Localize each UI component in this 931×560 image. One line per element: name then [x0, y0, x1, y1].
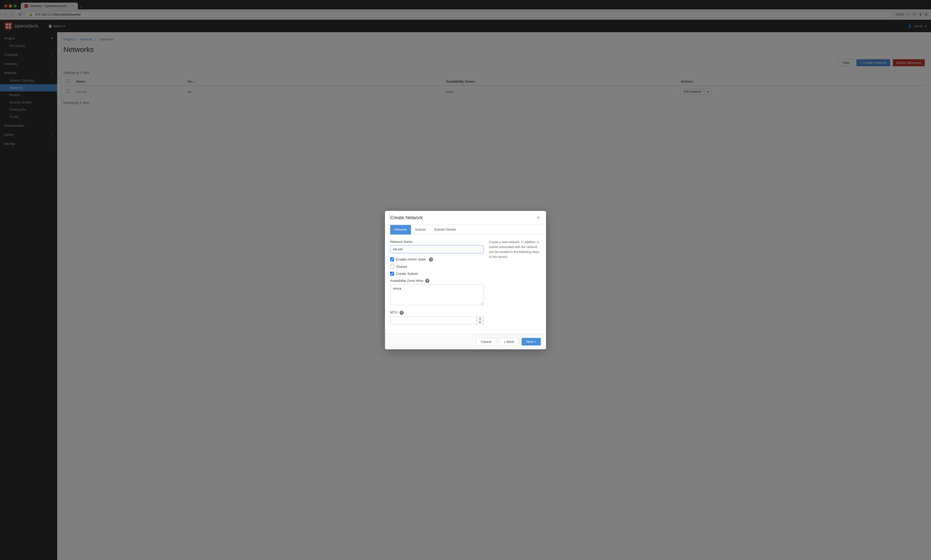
mtu-input-wrapper: ▲ ▼ [390, 316, 484, 325]
back-button-modal[interactable]: « Back [499, 338, 519, 346]
create-subnet-checkbox[interactable] [390, 272, 394, 275]
mtu-label: MTU ? [390, 311, 484, 315]
modal-form: Network Name Enable Admin State ? Shared [390, 240, 489, 329]
modal-help-text: Create a new network. In addition, a sub… [489, 240, 541, 329]
enable-admin-state-checkbox[interactable] [390, 257, 394, 261]
availability-zone-group: Availability Zone Hints ? nova [390, 279, 484, 306]
modal-title: Create Network [390, 215, 423, 220]
availability-zone-input[interactable]: nova [390, 285, 484, 305]
modal-close-button[interactable]: × [536, 215, 541, 220]
mtu-input[interactable] [390, 316, 476, 325]
mtu-group: MTU ? ▲ ▼ [390, 311, 484, 325]
cancel-button[interactable]: Cancel [476, 338, 496, 346]
shared-row: Shared [390, 265, 484, 269]
network-name-label: Network Name [390, 240, 484, 244]
shared-label: Shared [396, 265, 407, 269]
tab-subnet-details[interactable]: Subnet Details [430, 225, 460, 235]
mtu-increment-button[interactable]: ▲ [477, 317, 483, 320]
create-network-modal: Create Network × Network Subnet Subnet D… [385, 211, 546, 349]
modal-tabs: Network Subnet Subnet Details [385, 225, 546, 235]
enable-admin-help-icon: ? [429, 257, 433, 262]
next-button[interactable]: Next » [522, 338, 541, 345]
create-subnet-row: Create Subnet [390, 272, 484, 275]
network-name-input[interactable] [390, 245, 484, 253]
enable-admin-state-label: Enable Admin State [396, 257, 426, 261]
mtu-spinners: ▲ ▼ [476, 316, 484, 325]
shared-checkbox[interactable] [390, 265, 394, 269]
mtu-decrement-button[interactable]: ▼ [477, 320, 483, 324]
modal-body: Network Name Enable Admin State ? Shared [385, 235, 546, 334]
modal-footer: Cancel « Back Next » [385, 334, 546, 349]
availability-zone-label: Availability Zone Hints ? [390, 279, 484, 283]
az-help-icon: ? [425, 279, 429, 283]
network-name-group: Network Name [390, 240, 484, 253]
tab-subnet[interactable]: Subnet [411, 225, 430, 235]
modal-header: Create Network × [385, 211, 546, 225]
mtu-help-icon: ? [400, 311, 404, 315]
enable-admin-state-row: Enable Admin State ? [390, 257, 484, 262]
modal-overlay: Create Network × Network Subnet Subnet D… [0, 0, 931, 560]
tab-network[interactable]: Network [390, 225, 411, 235]
create-subnet-label: Create Subnet [396, 272, 418, 275]
